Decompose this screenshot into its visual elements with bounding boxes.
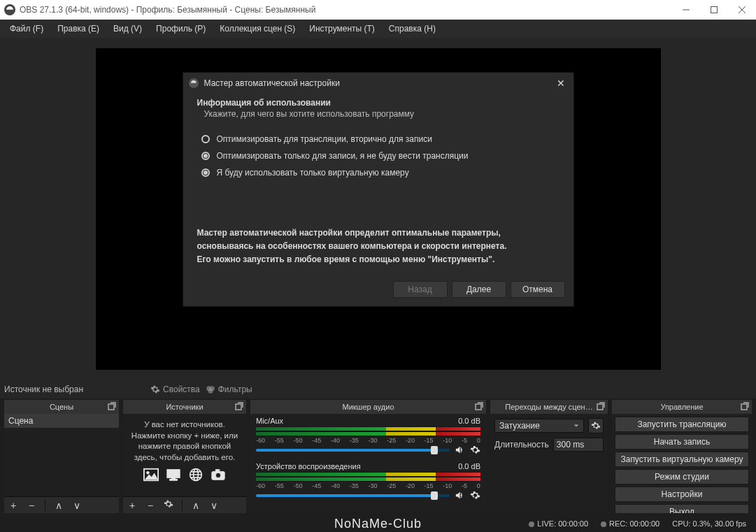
radio-icon bbox=[201, 152, 210, 160]
gear-icon[interactable] bbox=[469, 490, 480, 501]
popout-icon[interactable] bbox=[475, 402, 483, 410]
properties-button[interactable]: Свойства bbox=[150, 384, 200, 394]
status-bar: NoNaMe-Club LIVE: 00:00:00 REC: 00:00:00… bbox=[0, 515, 756, 532]
scene-item[interactable]: Сцена bbox=[4, 414, 119, 428]
filters-button[interactable]: Фильтры bbox=[206, 384, 252, 394]
volume-slider[interactable] bbox=[256, 449, 450, 452]
window-title: OBS 27.1.3 (64-bit, windows) - Профиль: … bbox=[20, 5, 672, 15]
speaker-icon[interactable] bbox=[454, 490, 465, 501]
settings-button[interactable]: Настройки bbox=[615, 487, 749, 502]
radio-icon bbox=[201, 135, 210, 143]
popout-icon[interactable] bbox=[741, 402, 749, 410]
camera-icon bbox=[209, 467, 227, 482]
mixer-channel-desktop: Устройство воспроизведения0.0 dB -60-55-… bbox=[250, 459, 486, 502]
next-button[interactable]: Далее bbox=[452, 281, 506, 298]
wizard-titlebar[interactable]: Мастер автоматической настройки ✕ bbox=[183, 73, 573, 94]
start-streaming-button[interactable]: Запустить трансляцию bbox=[615, 417, 749, 432]
svg-point-3 bbox=[208, 389, 213, 394]
image-icon bbox=[142, 467, 160, 482]
start-virtualcam-button[interactable]: Запустить виртуальную камеру bbox=[615, 452, 749, 467]
no-source-label: Источник не выбран bbox=[4, 384, 83, 394]
filters-icon bbox=[206, 384, 215, 394]
popout-icon[interactable] bbox=[235, 402, 243, 410]
display-icon bbox=[164, 467, 183, 482]
mixer-channel-mic: Mic/Aux0.0 dB -60-55-50-45-40-35-30-25-2… bbox=[250, 414, 486, 456]
source-toolbar: Источник не выбран Свойства Фильтры bbox=[0, 380, 756, 398]
add-scene-button[interactable]: + bbox=[7, 500, 20, 511]
start-recording-button[interactable]: Начать запись bbox=[615, 434, 749, 450]
source-props-button[interactable] bbox=[162, 499, 175, 511]
menu-profile[interactable]: Профиль (P) bbox=[149, 20, 213, 38]
option-virtual-camera[interactable]: Я буду использовать только виртуальную к… bbox=[201, 168, 559, 178]
scenes-header[interactable]: Сцены bbox=[4, 400, 119, 414]
sources-header[interactable]: Источники bbox=[123, 400, 246, 414]
transitions-header[interactable]: Переходы между сцен… bbox=[490, 400, 608, 414]
radio-icon bbox=[201, 168, 210, 177]
volume-slider[interactable] bbox=[256, 494, 450, 497]
mixer-dock: Микшер аудио Mic/Aux0.0 dB -60-55-50-45-… bbox=[250, 400, 486, 513]
dock-row: Сцены Сцена + − ∧ ∨ Источники У вас нет … bbox=[0, 398, 756, 513]
popout-icon[interactable] bbox=[597, 402, 605, 410]
gear-icon bbox=[150, 384, 160, 394]
obs-icon bbox=[189, 78, 199, 88]
svg-rect-10 bbox=[170, 479, 178, 480]
menu-tools[interactable]: Инструменты (T) bbox=[302, 20, 381, 38]
status-cpu: CPU: 0.3%, 30.00 fps bbox=[672, 519, 746, 528]
exit-button[interactable]: Выход bbox=[615, 504, 749, 513]
menu-scenes[interactable]: Коллекция сцен (S) bbox=[213, 20, 302, 38]
svg-rect-16 bbox=[476, 404, 481, 410]
speaker-icon[interactable] bbox=[454, 445, 465, 455]
wizard-info-1: Мастер автоматической настройки определи… bbox=[197, 228, 507, 251]
duration-input[interactable] bbox=[553, 438, 604, 452]
cancel-button[interactable]: Отмена bbox=[511, 281, 565, 298]
wizard-info-2: Его можно запустить в любое время с помо… bbox=[197, 254, 495, 264]
menu-file[interactable]: Файл (F) bbox=[3, 20, 50, 38]
gear-icon[interactable] bbox=[469, 445, 480, 455]
svg-rect-18 bbox=[741, 404, 747, 410]
controls-header[interactable]: Управление bbox=[612, 400, 752, 414]
close-icon[interactable]: ✕ bbox=[554, 78, 568, 89]
mixer-header[interactable]: Микшер аудио bbox=[250, 400, 486, 414]
menu-view[interactable]: Вид (V) bbox=[106, 20, 149, 38]
source-up-button[interactable]: ∧ bbox=[190, 500, 202, 511]
add-source-button[interactable]: + bbox=[126, 500, 138, 511]
popout-icon[interactable] bbox=[108, 402, 116, 410]
close-button[interactable] bbox=[728, 0, 756, 20]
sources-empty-text: У вас нет источников. Нажмите кнопку + н… bbox=[123, 414, 246, 466]
option-streaming[interactable]: Оптимизировать для трансляции, вторично … bbox=[201, 134, 559, 144]
remove-source-button[interactable]: − bbox=[144, 500, 157, 511]
source-down-button[interactable]: ∨ bbox=[208, 500, 220, 511]
status-live: LIVE: 00:00:00 bbox=[529, 519, 588, 528]
menu-help[interactable]: Справка (H) bbox=[382, 20, 443, 38]
transition-select[interactable]: Затухание bbox=[494, 419, 584, 433]
svg-rect-8 bbox=[167, 470, 180, 478]
scenes-toolbar: + − ∧ ∨ bbox=[4, 496, 119, 513]
menubar: Файл (F) Правка (E) Вид (V) Профиль (P) … bbox=[0, 20, 756, 38]
wizard-title-text: Мастер автоматической настройки bbox=[204, 78, 340, 88]
remove-scene-button[interactable]: − bbox=[25, 500, 38, 511]
svg-rect-14 bbox=[215, 470, 220, 472]
svg-rect-0 bbox=[711, 7, 718, 13]
option-recording[interactable]: Оптимизировать только для записи, я не б… bbox=[201, 151, 559, 161]
controls-dock: Управление Запустить трансляцию Начать з… bbox=[612, 400, 752, 513]
maximize-button[interactable] bbox=[700, 0, 728, 20]
svg-rect-17 bbox=[597, 404, 603, 410]
svg-rect-4 bbox=[108, 404, 114, 410]
menu-edit[interactable]: Правка (E) bbox=[50, 20, 106, 38]
transition-props-button[interactable] bbox=[588, 418, 604, 433]
preview-area: Мастер автоматической настройки ✕ Информ… bbox=[0, 38, 756, 380]
globe-icon bbox=[187, 467, 205, 482]
scenes-dock: Сцены Сцена + − ∧ ∨ bbox=[4, 400, 119, 513]
scene-up-button[interactable]: ∧ bbox=[52, 500, 65, 511]
auto-config-wizard: Мастер автоматической настройки ✕ Информ… bbox=[183, 72, 574, 307]
preview-canvas[interactable]: Мастер автоматической настройки ✕ Информ… bbox=[96, 48, 661, 370]
titlebar: OBS 27.1.3 (64-bit, windows) - Профиль: … bbox=[0, 0, 756, 20]
audio-meter bbox=[256, 426, 480, 436]
studio-mode-button[interactable]: Режим студии bbox=[615, 469, 749, 484]
watermark: NoNaMe-Club bbox=[334, 517, 422, 531]
minimize-button[interactable] bbox=[672, 0, 700, 20]
wizard-subtitle: Укажите, для чего вы хотите использовать… bbox=[204, 109, 559, 119]
back-button[interactable]: Назад bbox=[393, 281, 448, 298]
scene-down-button[interactable]: ∨ bbox=[71, 500, 83, 511]
status-rec: REC: 00:00:00 bbox=[601, 519, 659, 528]
